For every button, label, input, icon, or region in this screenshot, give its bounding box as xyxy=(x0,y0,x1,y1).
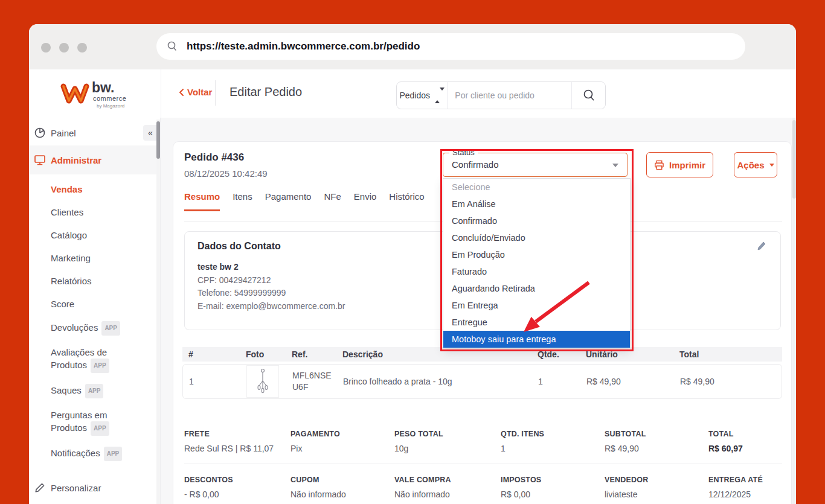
item-ref: MFL6NSEU6F xyxy=(292,370,335,393)
sidebar-item-devolucoes[interactable]: DevoluçõesAPP xyxy=(51,316,154,341)
contact-email: E-mail: exemplo@bwcommerce.com.br xyxy=(197,301,345,311)
status-option[interactable]: Em Produção xyxy=(443,246,630,263)
sidebar-scrollbar[interactable] xyxy=(156,120,160,504)
item-total: R$ 49,90 xyxy=(680,377,782,386)
table-row[interactable]: 1 MFL6NSEU6F Brinco folheado a prata - 1… xyxy=(182,364,782,399)
sidebar-item-personalizar[interactable]: Personalizar xyxy=(29,475,160,500)
sidebar-item-relatorios[interactable]: Relatórios xyxy=(51,270,154,293)
item-qty: 1 xyxy=(538,377,586,386)
app-badge: APP xyxy=(85,384,104,398)
brand-logo[interactable]: bw. commerce by Magazord xyxy=(29,69,161,118)
monitor-icon xyxy=(34,154,46,166)
status-option[interactable]: Em Entrega xyxy=(443,297,630,314)
status-select[interactable]: Status Confirmado xyxy=(443,153,628,177)
status-field-label: Status xyxy=(449,148,478,157)
status-option[interactable]: Confirmado xyxy=(443,212,630,229)
item-description: Brinco folheado a prata - 10g xyxy=(343,377,538,386)
sort-arrows-icon xyxy=(435,91,445,100)
order-tabs: Resumo Itens Pagamento NFe Envio Históri… xyxy=(184,191,425,211)
sidebar-item-painel[interactable]: Painel « xyxy=(29,120,160,145)
printer-icon xyxy=(654,160,664,170)
app-badge: APP xyxy=(91,359,109,373)
address-bar[interactable]: https://teste.admin.bwcommerce.com.br/pe… xyxy=(156,33,745,60)
sidebar-item-vendas[interactable]: Vendas xyxy=(51,178,154,201)
main-content: Pedido #436 08/12/2025 10:42:49 Resumo I… xyxy=(161,118,796,504)
summary-divider xyxy=(184,464,782,464)
contact-title: Dados do Contato xyxy=(197,241,281,252)
app-badge: APP xyxy=(101,321,120,336)
window-control-dot[interactable] xyxy=(59,43,69,53)
status-dropdown-list: Selecione Em Análise Confirmado Concluíd… xyxy=(443,178,631,348)
sidebar-item-clientes[interactable]: Clientes xyxy=(51,201,154,224)
edit-contact-pencil-icon[interactable] xyxy=(756,240,767,251)
sidebar-item-administrar[interactable]: Administrar xyxy=(29,145,160,174)
summary-row-1: FRETERede Sul RS | R$ 11,07 PAGAMENTOPix… xyxy=(184,430,782,453)
sidebar-collapse-button[interactable]: « xyxy=(143,125,158,141)
order-title: Pedido #436 xyxy=(184,152,244,164)
sidebar-item-notificacoes[interactable]: NotificaçõesAPP xyxy=(51,441,154,467)
pie-chart-icon xyxy=(34,127,46,139)
tab-envio[interactable]: Envio xyxy=(354,191,377,211)
window-control-dot[interactable] xyxy=(77,43,87,53)
window-control-dot[interactable] xyxy=(41,43,51,53)
contact-phone: Telefone: 54999999999 xyxy=(197,288,286,298)
search-icon xyxy=(582,89,595,102)
earring-image xyxy=(252,368,273,395)
app-badge: APP xyxy=(91,421,109,436)
item-number: 1 xyxy=(189,377,246,386)
content-scrollbar[interactable] xyxy=(792,118,796,504)
page-title: Editar Pedido xyxy=(230,85,302,99)
brand-byline: by Magazord xyxy=(97,103,124,109)
order-card: Pedido #436 08/12/2025 10:42:49 Resumo I… xyxy=(173,141,792,504)
caret-down-icon xyxy=(612,164,618,167)
status-option[interactable]: Faturado xyxy=(443,263,630,280)
order-datetime: 08/12/2025 10:42:49 xyxy=(184,168,268,179)
app-badge: APP xyxy=(104,447,123,461)
search-input[interactable] xyxy=(448,82,571,109)
actions-button[interactable]: Ações xyxy=(734,152,777,177)
brand-sub: commerce xyxy=(93,95,126,102)
search-button[interactable] xyxy=(571,82,605,109)
print-button[interactable]: Imprimir xyxy=(646,152,713,177)
status-option-highlighted[interactable]: Motoboy saiu para entrega xyxy=(443,331,630,348)
summary-row-2: DESCONTOS- R$ 0,00 CUPOMNão informado VA… xyxy=(184,476,782,499)
status-option[interactable]: Em Análise xyxy=(443,196,630,212)
status-option[interactable]: Concluído/Enviado xyxy=(443,229,630,246)
bw-logo-icon xyxy=(60,81,89,106)
browser-window: https://teste.admin.bwcommerce.com.br/pe… xyxy=(29,24,796,504)
tab-itens[interactable]: Itens xyxy=(233,191,252,211)
order-search-group: Pedidos xyxy=(396,81,606,109)
sidebar: Painel « Administrar Vendas Clientes Cat… xyxy=(29,118,161,504)
app-header: bw. commerce by Magazord Voltar Editar P… xyxy=(29,69,796,118)
tab-pagamento[interactable]: Pagamento xyxy=(265,191,312,211)
sidebar-item-marketing[interactable]: Marketing xyxy=(51,247,154,270)
status-selected-value: Confirmado xyxy=(452,159,499,170)
status-option[interactable]: Selecione xyxy=(443,179,630,196)
pencil-icon xyxy=(34,482,46,494)
search-icon xyxy=(166,40,178,53)
items-table-header: # Foto Ref. Descrição Qtde. Unitário Tot… xyxy=(182,347,782,362)
sidebar-submenu: Vendas Clientes Catálogo Marketing Relat… xyxy=(29,174,160,469)
sidebar-item-b2b[interactable]: B2B ⚡ xyxy=(29,500,160,504)
chevron-left-icon xyxy=(179,89,184,96)
item-unit-price: R$ 49,90 xyxy=(586,377,680,386)
sidebar-item-score[interactable]: Score xyxy=(51,293,154,316)
brand-name: bw. xyxy=(92,81,114,94)
sidebar-item-perguntas[interactable]: Perguntas em ProdutosAPP xyxy=(51,404,141,441)
contact-name: teste bw 2 xyxy=(197,262,239,272)
url-text: https://teste.admin.bwcommerce.com.br/pe… xyxy=(187,40,420,53)
status-option[interactable]: Entregue xyxy=(443,314,630,331)
sidebar-item-avaliacoes[interactable]: Avaliações de ProdutosAPP xyxy=(51,341,141,378)
caret-down-icon xyxy=(769,164,774,167)
search-scope-select[interactable]: Pedidos xyxy=(397,82,448,109)
sidebar-item-saques[interactable]: SaquesAPP xyxy=(51,378,154,404)
status-option[interactable]: Aguardando Retirada xyxy=(443,280,630,297)
tab-nfe[interactable]: NFe xyxy=(324,191,341,211)
browser-chrome: https://teste.admin.bwcommerce.com.br/pe… xyxy=(29,24,796,69)
back-button[interactable]: Voltar xyxy=(179,87,212,97)
tab-resumo[interactable]: Resumo xyxy=(184,191,220,211)
sidebar-item-catalogo[interactable]: Catálogo xyxy=(51,224,154,247)
header-divider xyxy=(215,80,216,106)
tab-historico[interactable]: Histórico xyxy=(389,191,424,211)
item-photo xyxy=(246,365,279,398)
